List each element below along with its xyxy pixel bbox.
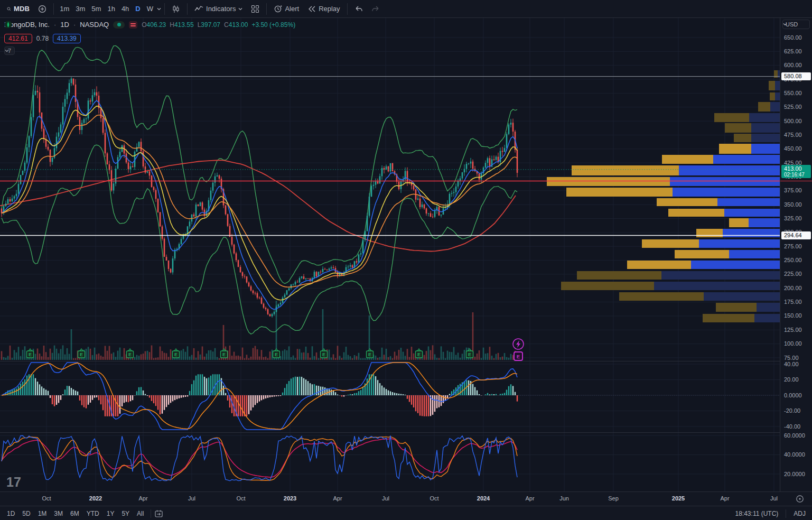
- bid-ask-boxes: 412.61 0.78 413.39: [4, 34, 81, 43]
- range-button-5y[interactable]: 5Y: [118, 508, 133, 519]
- alert-clock-icon: [274, 5, 282, 13]
- indicator-templates-button[interactable]: [247, 3, 263, 15]
- price-tick: 625.00: [784, 48, 802, 55]
- price-tick: 525.00: [784, 104, 802, 110]
- range-button-1d[interactable]: 1D: [3, 508, 18, 519]
- symbol-exchange[interactable]: NASDAQ: [80, 21, 109, 29]
- indicators-button[interactable]: Indicators: [191, 3, 246, 15]
- alert-button[interactable]: Alert: [270, 3, 303, 15]
- svg-text:E: E: [322, 352, 325, 357]
- replay-label: Replay: [319, 5, 340, 13]
- chevron-down-icon[interactable]: [157, 7, 161, 11]
- range-button-ytd[interactable]: YTD: [83, 508, 103, 519]
- svg-text:E: E: [275, 352, 278, 357]
- buy-price-box[interactable]: 413.39: [53, 34, 81, 43]
- change-value: +3.50 (+0.85%): [251, 21, 295, 29]
- earnings-marker[interactable]: E: [367, 349, 374, 358]
- undo-icon: [354, 5, 363, 13]
- interval-button-1d-active[interactable]: D: [133, 3, 143, 15]
- range-button-all[interactable]: All: [133, 508, 147, 519]
- server-clock[interactable]: 18:43:11 (UTC): [731, 510, 783, 517]
- bollinger-lower-band: [2, 145, 517, 334]
- symbol-search-button[interactable]: MDB: [3, 3, 33, 15]
- upcoming-earnings-marker[interactable]: E: [514, 352, 522, 360]
- adjusted-data-toggle[interactable]: ADJ: [789, 510, 812, 517]
- range-button-5d[interactable]: 5D: [18, 508, 34, 519]
- range-button-1y[interactable]: 1Y: [103, 508, 118, 519]
- time-axis[interactable]: Oct2022AprJulOct2023AprJulOct2024AprJunS…: [0, 491, 812, 506]
- add-symbol-button[interactable]: [34, 3, 50, 15]
- oscillator-pane[interactable]: 17: [0, 432, 780, 491]
- range-button-1m[interactable]: 1M: [34, 508, 51, 519]
- last-price-label: 413.0002:16:47: [781, 165, 811, 178]
- interval-button-4h[interactable]: 4h: [119, 3, 132, 15]
- symbol-interval[interactable]: 1D: [60, 21, 69, 29]
- range-button-3m[interactable]: 3M: [50, 508, 67, 519]
- time-label-year: 2023: [284, 495, 296, 502]
- earnings-marker[interactable]: E: [173, 349, 180, 358]
- tradingview-logo[interactable]: 17: [6, 475, 21, 489]
- currency-label: USD: [786, 21, 798, 27]
- price-axis[interactable]: USD 650.00625.00600.00575.00550.00525.00…: [780, 17, 812, 491]
- price-tick: 450.00: [784, 145, 802, 152]
- time-label-month: Apr: [720, 495, 729, 502]
- ma-fast-line: [2, 96, 517, 309]
- redo-icon: [371, 5, 380, 13]
- earnings-marker[interactable]: E: [221, 349, 228, 358]
- search-icon: [7, 7, 11, 11]
- redo-button[interactable]: [368, 3, 384, 15]
- macd-pane[interactable]: [0, 361, 780, 432]
- alert-line-axis-marker: [780, 181, 812, 181]
- scroll-to-recent-icon[interactable]: [795, 494, 805, 504]
- time-label-month: Jun: [559, 495, 569, 502]
- chart-area[interactable]: E E E E E E E E E E E 17: [0, 17, 812, 491]
- earnings-marker[interactable]: E: [321, 349, 328, 358]
- price-tick: 200.00: [784, 285, 802, 292]
- svg-text:E: E: [174, 352, 178, 357]
- range-button-6m[interactable]: 6M: [67, 508, 83, 519]
- earnings-marker[interactable]: E: [466, 349, 473, 358]
- time-label-month: Oct: [42, 495, 51, 502]
- interval-button-5m[interactable]: 5m: [89, 3, 104, 15]
- pane-separator[interactable]: [0, 361, 812, 361]
- notifications-badge[interactable]: [129, 21, 137, 29]
- price-tick: 250.00: [784, 257, 802, 264]
- pane-separator[interactable]: [0, 432, 812, 433]
- price-tick: 275.00: [784, 243, 802, 250]
- go-to-date-icon[interactable]: [154, 509, 164, 518]
- top-toolbar: MDB 1m 3m 5m 1h 4h D W: [0, 0, 812, 18]
- grid-layout-icon: [251, 5, 259, 13]
- interval-button-1h[interactable]: 1h: [105, 3, 117, 15]
- osc-tick: 20.0000: [784, 471, 805, 478]
- replay-button[interactable]: Replay: [304, 3, 343, 15]
- plus-circle-icon: [38, 5, 46, 13]
- earnings-marker[interactable]: E: [273, 349, 280, 358]
- spread-value: 0.78: [36, 35, 49, 42]
- interval-button-3m[interactable]: 3m: [73, 3, 88, 15]
- market-status-badge[interactable]: [113, 21, 125, 29]
- undo-button[interactable]: [351, 3, 367, 15]
- chart-style-button[interactable]: [168, 3, 184, 15]
- macd-tick: 20.00: [784, 376, 799, 383]
- volume-profile: [547, 70, 780, 322]
- interval-button-1m[interactable]: 1m: [57, 3, 72, 15]
- tradingview-app: MDB 1m 3m 5m 1h 4h D W: [0, 0, 812, 520]
- interval-button-1w[interactable]: W: [144, 3, 156, 15]
- price-tick: 175.00: [784, 299, 802, 305]
- macd-tick: 40.00: [784, 361, 799, 368]
- price-tick: 650.00: [784, 34, 802, 41]
- indicator-collapse-button[interactable]: 7: [4, 47, 15, 55]
- svg-text:E: E: [128, 352, 132, 357]
- earnings-marker[interactable]: E: [416, 349, 423, 358]
- currency-dropdown[interactable]: USD: [782, 20, 810, 29]
- candlestick-series: [1, 77, 518, 318]
- replay-icon: [307, 5, 316, 13]
- symbol-legend[interactable]: MongoDB, Inc. · 1D · NASDAQ O406.23 H413…: [4, 21, 295, 29]
- main-price-pane[interactable]: E E E E E E E E E E E: [0, 17, 780, 361]
- earnings-marker[interactable]: E: [27, 349, 34, 358]
- time-label-year: 2022: [89, 495, 102, 502]
- macd-tick: -40.00: [784, 423, 800, 430]
- svg-text:E: E: [80, 352, 83, 357]
- sell-price-box[interactable]: 412.61: [4, 34, 32, 43]
- earnings-marker[interactable]: E: [127, 349, 134, 358]
